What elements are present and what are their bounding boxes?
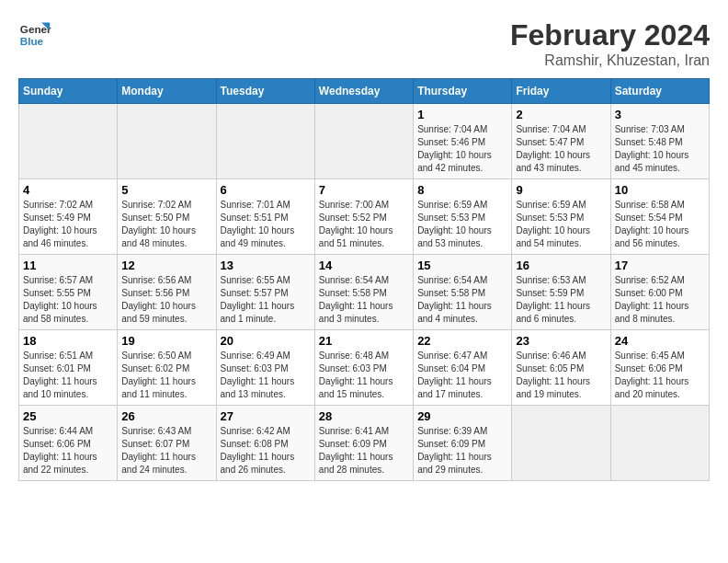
week-row-5: 25Sunrise: 6:44 AM Sunset: 6:06 PM Dayli… (19, 406, 710, 481)
day-cell (216, 104, 314, 179)
day-cell (610, 406, 709, 481)
day-number: 21 (319, 334, 409, 348)
week-row-3: 11Sunrise: 6:57 AM Sunset: 5:55 PM Dayli… (19, 255, 710, 330)
header: General Blue February 2024 Ramshir, Khuz… (18, 18, 710, 69)
col-header-saturday: Saturday (610, 79, 709, 104)
day-number: 25 (23, 409, 113, 423)
day-number: 6 (221, 183, 311, 197)
day-info: Sunrise: 6:57 AM Sunset: 5:55 PM Dayligh… (23, 274, 113, 326)
day-info: Sunrise: 6:52 AM Sunset: 6:00 PM Dayligh… (615, 274, 705, 326)
day-info: Sunrise: 6:53 AM Sunset: 5:59 PM Dayligh… (516, 274, 606, 326)
day-cell: 20Sunrise: 6:49 AM Sunset: 6:03 PM Dayli… (216, 330, 314, 406)
day-info: Sunrise: 6:42 AM Sunset: 6:08 PM Dayligh… (221, 425, 311, 477)
day-cell: 19Sunrise: 6:50 AM Sunset: 6:02 PM Dayli… (118, 330, 216, 406)
col-header-monday: Monday (118, 79, 216, 104)
day-number: 9 (516, 183, 606, 197)
day-cell: 29Sunrise: 6:39 AM Sunset: 6:09 PM Dayli… (414, 406, 512, 481)
main-title: February 2024 (510, 18, 710, 52)
day-info: Sunrise: 6:43 AM Sunset: 6:07 PM Dayligh… (121, 425, 211, 477)
day-number: 15 (417, 259, 507, 272)
day-number: 17 (615, 259, 705, 272)
day-cell: 11Sunrise: 6:57 AM Sunset: 5:55 PM Dayli… (19, 255, 118, 330)
day-number: 7 (319, 183, 409, 197)
day-number: 3 (615, 108, 705, 121)
day-info: Sunrise: 7:02 AM Sunset: 5:49 PM Dayligh… (23, 199, 113, 250)
day-info: Sunrise: 6:59 AM Sunset: 5:53 PM Dayligh… (417, 199, 507, 250)
day-cell: 23Sunrise: 6:46 AM Sunset: 6:05 PM Dayli… (512, 330, 610, 406)
day-number: 12 (121, 259, 211, 272)
col-header-sunday: Sunday (19, 79, 118, 104)
day-number: 14 (319, 259, 409, 272)
day-cell: 7Sunrise: 7:00 AM Sunset: 5:52 PM Daylig… (314, 179, 413, 255)
day-info: Sunrise: 7:04 AM Sunset: 5:47 PM Dayligh… (516, 123, 606, 175)
day-cell: 22Sunrise: 6:47 AM Sunset: 6:04 PM Dayli… (414, 330, 512, 406)
day-info: Sunrise: 6:39 AM Sunset: 6:09 PM Dayligh… (417, 425, 507, 477)
day-number: 28 (319, 409, 409, 423)
logo-icon: General Blue (18, 18, 51, 52)
calendar-header: SundayMondayTuesdayWednesdayThursdayFrid… (19, 79, 710, 104)
day-info: Sunrise: 6:46 AM Sunset: 6:05 PM Dayligh… (516, 350, 606, 401)
day-cell: 26Sunrise: 6:43 AM Sunset: 6:07 PM Dayli… (118, 406, 216, 481)
day-info: Sunrise: 6:48 AM Sunset: 6:03 PM Dayligh… (319, 350, 409, 401)
day-cell: 14Sunrise: 6:54 AM Sunset: 5:58 PM Dayli… (314, 255, 413, 330)
subtitle: Ramshir, Khuzestan, Iran (510, 52, 710, 69)
day-number: 29 (417, 409, 507, 423)
day-info: Sunrise: 6:44 AM Sunset: 6:06 PM Dayligh… (23, 425, 113, 477)
calendar-table: SundayMondayTuesdayWednesdayThursdayFrid… (18, 78, 710, 481)
day-cell: 1Sunrise: 7:04 AM Sunset: 5:46 PM Daylig… (414, 104, 512, 179)
day-number: 4 (23, 183, 113, 197)
col-header-wednesday: Wednesday (314, 79, 413, 104)
day-info: Sunrise: 6:49 AM Sunset: 6:03 PM Dayligh… (221, 350, 311, 401)
day-info: Sunrise: 6:58 AM Sunset: 5:54 PM Dayligh… (615, 199, 705, 250)
day-info: Sunrise: 6:55 AM Sunset: 5:57 PM Dayligh… (221, 274, 311, 326)
col-header-tuesday: Tuesday (216, 79, 314, 104)
day-cell: 5Sunrise: 7:02 AM Sunset: 5:50 PM Daylig… (118, 179, 216, 255)
day-cell: 18Sunrise: 6:51 AM Sunset: 6:01 PM Dayli… (19, 330, 118, 406)
day-cell: 28Sunrise: 6:41 AM Sunset: 6:09 PM Dayli… (314, 406, 413, 481)
day-cell: 17Sunrise: 6:52 AM Sunset: 6:00 PM Dayli… (610, 255, 709, 330)
day-info: Sunrise: 6:59 AM Sunset: 5:53 PM Dayligh… (516, 199, 606, 250)
day-number: 22 (417, 334, 507, 348)
day-info: Sunrise: 6:45 AM Sunset: 6:06 PM Dayligh… (615, 350, 705, 401)
day-info: Sunrise: 7:02 AM Sunset: 5:50 PM Dayligh… (121, 199, 211, 250)
day-number: 26 (121, 409, 211, 423)
day-info: Sunrise: 6:50 AM Sunset: 6:02 PM Dayligh… (121, 350, 211, 401)
day-info: Sunrise: 6:51 AM Sunset: 6:01 PM Dayligh… (23, 350, 113, 401)
day-cell: 6Sunrise: 7:01 AM Sunset: 5:51 PM Daylig… (216, 179, 314, 255)
day-cell: 2Sunrise: 7:04 AM Sunset: 5:47 PM Daylig… (512, 104, 610, 179)
day-number: 20 (221, 334, 311, 348)
day-info: Sunrise: 7:03 AM Sunset: 5:48 PM Dayligh… (615, 123, 705, 175)
day-cell: 10Sunrise: 6:58 AM Sunset: 5:54 PM Dayli… (610, 179, 709, 255)
day-number: 10 (615, 183, 705, 197)
day-info: Sunrise: 7:04 AM Sunset: 5:46 PM Dayligh… (417, 123, 507, 175)
day-cell (19, 104, 118, 179)
day-cell: 15Sunrise: 6:54 AM Sunset: 5:58 PM Dayli… (414, 255, 512, 330)
day-cell: 25Sunrise: 6:44 AM Sunset: 6:06 PM Dayli… (19, 406, 118, 481)
day-cell: 13Sunrise: 6:55 AM Sunset: 5:57 PM Dayli… (216, 255, 314, 330)
day-cell: 21Sunrise: 6:48 AM Sunset: 6:03 PM Dayli… (314, 330, 413, 406)
day-cell: 24Sunrise: 6:45 AM Sunset: 6:06 PM Dayli… (610, 330, 709, 406)
day-info: Sunrise: 6:54 AM Sunset: 5:58 PM Dayligh… (417, 274, 507, 326)
svg-text:Blue: Blue (20, 35, 44, 47)
calendar-body: 1Sunrise: 7:04 AM Sunset: 5:46 PM Daylig… (19, 104, 710, 481)
logo: General Blue (18, 18, 51, 52)
day-cell: 8Sunrise: 6:59 AM Sunset: 5:53 PM Daylig… (414, 179, 512, 255)
day-info: Sunrise: 6:47 AM Sunset: 6:04 PM Dayligh… (417, 350, 507, 401)
col-header-thursday: Thursday (414, 79, 512, 104)
day-number: 1 (417, 108, 507, 121)
day-info: Sunrise: 6:56 AM Sunset: 5:56 PM Dayligh… (121, 274, 211, 326)
day-info: Sunrise: 7:01 AM Sunset: 5:51 PM Dayligh… (221, 199, 311, 250)
day-info: Sunrise: 6:41 AM Sunset: 6:09 PM Dayligh… (319, 425, 409, 477)
day-number: 24 (615, 334, 705, 348)
day-info: Sunrise: 7:00 AM Sunset: 5:52 PM Dayligh… (319, 199, 409, 250)
day-cell: 4Sunrise: 7:02 AM Sunset: 5:49 PM Daylig… (19, 179, 118, 255)
day-cell: 3Sunrise: 7:03 AM Sunset: 5:48 PM Daylig… (610, 104, 709, 179)
day-number: 27 (221, 409, 311, 423)
day-cell (512, 406, 610, 481)
day-cell (314, 104, 413, 179)
day-cell (118, 104, 216, 179)
day-info: Sunrise: 6:54 AM Sunset: 5:58 PM Dayligh… (319, 274, 409, 326)
col-header-friday: Friday (512, 79, 610, 104)
day-number: 16 (516, 259, 606, 272)
day-number: 13 (221, 259, 311, 272)
